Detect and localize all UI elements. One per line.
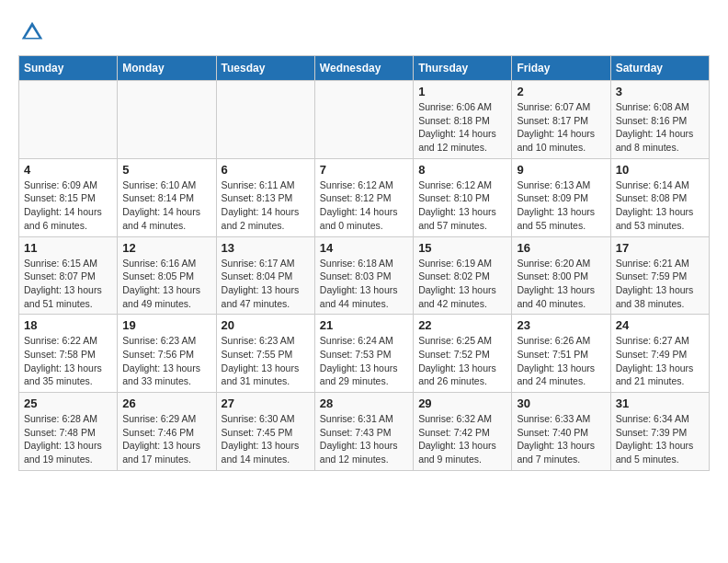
calendar-cell: 7Sunrise: 6:12 AMSunset: 8:12 PMDaylight… [314,158,413,236]
day-info: Sunrise: 6:16 AMSunset: 8:05 PMDaylight:… [122,257,210,311]
calendar-cell: 6Sunrise: 6:11 AMSunset: 8:13 PMDaylight… [216,158,314,236]
calendar-cell [19,81,118,159]
day-number: 24 [616,318,704,332]
day-number: 23 [517,318,605,332]
day-info: Sunrise: 6:19 AMSunset: 8:02 PMDaylight:… [418,257,506,311]
day-info: Sunrise: 6:17 AMSunset: 8:04 PMDaylight:… [222,257,310,311]
day-info: Sunrise: 6:09 AMSunset: 8:15 PMDaylight:… [24,178,112,233]
calendar-cell: 24Sunrise: 6:27 AMSunset: 7:49 PMDayligh… [610,315,709,393]
day-number: 14 [320,241,408,255]
day-number: 31 [616,396,704,410]
header-day-saturday: Saturday [610,56,709,81]
day-number: 25 [24,396,112,410]
day-number: 16 [517,241,605,255]
header-day-sunday: Sunday [19,56,118,81]
calendar-cell [216,81,314,159]
calendar-cell: 3Sunrise: 6:08 AMSunset: 8:16 PMDaylight… [610,81,709,159]
calendar-cell: 28Sunrise: 6:31 AMSunset: 7:43 PMDayligh… [314,393,413,471]
day-number: 7 [320,163,408,177]
day-info: Sunrise: 6:12 AMSunset: 8:12 PMDaylight:… [320,178,408,233]
day-number: 13 [222,241,310,255]
day-number: 11 [24,241,112,255]
calendar-cell: 31Sunrise: 6:34 AMSunset: 7:39 PMDayligh… [610,393,709,471]
calendar-table: SundayMondayTuesdayWednesdayThursdayFrid… [18,55,710,471]
week-row-3: 11Sunrise: 6:15 AMSunset: 8:07 PMDayligh… [19,236,710,315]
header-day-thursday: Thursday [414,56,512,81]
day-info: Sunrise: 6:07 AMSunset: 8:17 PMDaylight:… [517,100,605,155]
calendar-cell [118,81,216,159]
day-info: Sunrise: 6:33 AMSunset: 7:40 PMDaylight:… [517,412,605,466]
day-info: Sunrise: 6:29 AMSunset: 7:46 PMDaylight:… [122,412,210,466]
week-row-2: 4Sunrise: 6:09 AMSunset: 8:15 PMDaylight… [19,158,710,236]
calendar-cell: 20Sunrise: 6:23 AMSunset: 7:55 PMDayligh… [216,315,314,393]
day-info: Sunrise: 6:26 AMSunset: 7:51 PMDaylight:… [517,334,605,388]
calendar-cell: 12Sunrise: 6:16 AMSunset: 8:05 PMDayligh… [118,236,216,315]
header-day-friday: Friday [512,56,610,81]
calendar-cell: 19Sunrise: 6:23 AMSunset: 7:56 PMDayligh… [118,315,216,393]
calendar-cell: 1Sunrise: 6:06 AMSunset: 8:18 PMDaylight… [414,81,512,159]
calendar-cell: 29Sunrise: 6:32 AMSunset: 7:42 PMDayligh… [414,393,512,471]
calendar-cell: 2Sunrise: 6:07 AMSunset: 8:17 PMDaylight… [512,81,610,159]
day-number: 20 [222,318,310,332]
calendar-cell: 21Sunrise: 6:24 AMSunset: 7:53 PMDayligh… [314,315,413,393]
day-number: 28 [320,396,408,410]
day-number: 30 [517,396,605,410]
calendar-cell: 18Sunrise: 6:22 AMSunset: 7:58 PMDayligh… [19,315,118,393]
calendar-cell: 5Sunrise: 6:10 AMSunset: 8:14 PMDaylight… [118,158,216,236]
day-info: Sunrise: 6:10 AMSunset: 8:14 PMDaylight:… [122,178,210,233]
day-number: 6 [222,163,310,177]
day-number: 4 [24,163,112,177]
day-info: Sunrise: 6:13 AMSunset: 8:09 PMDaylight:… [517,178,605,233]
calendar-cell: 11Sunrise: 6:15 AMSunset: 8:07 PMDayligh… [19,236,118,315]
day-number: 8 [418,163,506,177]
calendar-cell: 26Sunrise: 6:29 AMSunset: 7:46 PMDayligh… [118,393,216,471]
day-info: Sunrise: 6:15 AMSunset: 8:07 PMDaylight:… [24,257,112,311]
page-header [18,18,710,46]
calendar-cell: 22Sunrise: 6:25 AMSunset: 7:52 PMDayligh… [414,315,512,393]
calendar-cell [314,81,413,159]
calendar-cell: 16Sunrise: 6:20 AMSunset: 8:00 PMDayligh… [512,236,610,315]
week-row-1: 1Sunrise: 6:06 AMSunset: 8:18 PMDaylight… [19,81,710,159]
week-row-5: 25Sunrise: 6:28 AMSunset: 7:48 PMDayligh… [19,393,710,471]
calendar-cell: 8Sunrise: 6:12 AMSunset: 8:10 PMDaylight… [414,158,512,236]
header-day-tuesday: Tuesday [216,56,314,81]
calendar-cell: 27Sunrise: 6:30 AMSunset: 7:45 PMDayligh… [216,393,314,471]
day-number: 12 [122,241,210,255]
day-info: Sunrise: 6:22 AMSunset: 7:58 PMDaylight:… [24,334,112,388]
day-number: 19 [122,318,210,332]
calendar-cell: 4Sunrise: 6:09 AMSunset: 8:15 PMDaylight… [19,158,118,236]
calendar-cell: 10Sunrise: 6:14 AMSunset: 8:08 PMDayligh… [610,158,709,236]
day-number: 2 [517,85,605,98]
day-number: 9 [517,163,605,177]
day-info: Sunrise: 6:08 AMSunset: 8:16 PMDaylight:… [616,100,704,155]
day-number: 15 [418,241,506,255]
day-info: Sunrise: 6:34 AMSunset: 7:39 PMDaylight:… [616,412,704,466]
logo-icon [18,18,46,46]
day-info: Sunrise: 6:23 AMSunset: 7:55 PMDaylight:… [222,334,310,388]
day-number: 27 [222,396,310,410]
day-info: Sunrise: 6:24 AMSunset: 7:53 PMDaylight:… [320,334,408,388]
day-number: 3 [616,85,704,98]
header-day-monday: Monday [118,56,216,81]
day-info: Sunrise: 6:21 AMSunset: 7:59 PMDaylight:… [616,257,704,311]
calendar-cell: 15Sunrise: 6:19 AMSunset: 8:02 PMDayligh… [414,236,512,315]
day-number: 29 [418,396,506,410]
day-number: 22 [418,318,506,332]
calendar-cell: 14Sunrise: 6:18 AMSunset: 8:03 PMDayligh… [314,236,413,315]
header-day-wednesday: Wednesday [314,56,413,81]
day-number: 17 [616,241,704,255]
day-info: Sunrise: 6:27 AMSunset: 7:49 PMDaylight:… [616,334,704,388]
day-info: Sunrise: 6:25 AMSunset: 7:52 PMDaylight:… [418,334,506,388]
day-number: 5 [122,163,210,177]
day-info: Sunrise: 6:30 AMSunset: 7:45 PMDaylight:… [222,412,310,466]
day-number: 10 [616,163,704,177]
day-number: 21 [320,318,408,332]
day-info: Sunrise: 6:20 AMSunset: 8:00 PMDaylight:… [517,257,605,311]
calendar-cell: 25Sunrise: 6:28 AMSunset: 7:48 PMDayligh… [19,393,118,471]
calendar-cell: 23Sunrise: 6:26 AMSunset: 7:51 PMDayligh… [512,315,610,393]
header-row: SundayMondayTuesdayWednesdayThursdayFrid… [19,56,710,81]
calendar-cell: 13Sunrise: 6:17 AMSunset: 8:04 PMDayligh… [216,236,314,315]
day-info: Sunrise: 6:11 AMSunset: 8:13 PMDaylight:… [222,178,310,233]
day-number: 1 [418,85,506,98]
day-info: Sunrise: 6:14 AMSunset: 8:08 PMDaylight:… [616,178,704,233]
